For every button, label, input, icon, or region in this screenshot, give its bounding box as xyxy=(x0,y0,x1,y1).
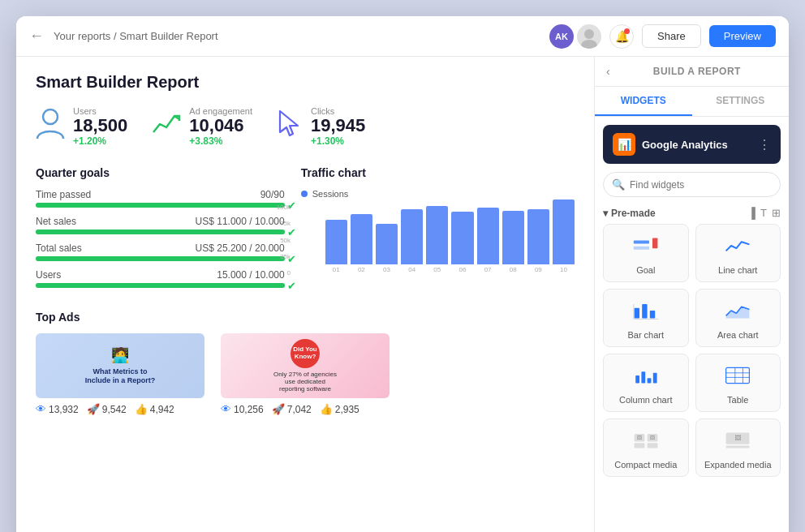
ad2-views: 👁 10,256 xyxy=(221,403,264,415)
legend-dot xyxy=(301,191,308,197)
bar-col: 07 xyxy=(477,208,499,273)
ad2-likes: 👍 2,935 xyxy=(320,403,359,415)
widget-bar-chart[interactable]: Bar chart xyxy=(603,289,689,347)
panel-back-button[interactable]: ‹ xyxy=(606,65,610,78)
bar-view-icon[interactable]: ▐ xyxy=(748,207,755,219)
bar-label: 08 xyxy=(510,266,517,273)
svg-rect-14 xyxy=(647,378,651,383)
ad2-stats: 👁 10,256 🚀 7,042 👍 2,935 xyxy=(221,403,390,415)
table-widget-icon xyxy=(725,364,751,390)
goal-time-passed: Time passed 90/90 ✔ xyxy=(36,189,285,208)
widget-compact-media[interactable]: 🖼 🖼 Compact media xyxy=(603,418,689,477)
ad1-clicks-value: 9,542 xyxy=(102,404,127,415)
report-title: Smart Builder Report xyxy=(36,73,575,92)
widget-line-chart[interactable]: Line chart xyxy=(695,224,781,282)
goal-total-label: Total sales xyxy=(36,242,82,254)
stat-users: Users 18,500 +1.20% xyxy=(36,106,127,147)
premade-toggle[interactable]: ▾ Pre-made xyxy=(603,208,656,219)
premade-label: Pre-made xyxy=(611,208,656,219)
bar-col: 09 xyxy=(527,209,549,273)
svg-rect-8 xyxy=(642,304,647,319)
goal-time-value: 90/90 xyxy=(260,189,285,200)
svg-rect-6 xyxy=(652,238,657,248)
bar xyxy=(376,224,398,264)
top-ads: Top Ads 🧑‍💻 What Metrics toInclude in a … xyxy=(36,311,575,415)
notification-button[interactable]: 🔔 xyxy=(609,24,634,49)
ads-spacer xyxy=(406,333,575,415)
bar-chart-widget-icon xyxy=(633,299,659,325)
widget-compact-media-label: Compact media xyxy=(614,460,677,470)
avatar-img xyxy=(577,24,601,49)
widget-column-chart[interactable]: Column chart xyxy=(603,354,689,412)
y-label-75k: 75k xyxy=(277,220,291,227)
ad1-illustration: 🧑‍💻 xyxy=(111,346,129,364)
widget-goal[interactable]: Goal xyxy=(603,224,689,282)
stat-clicks: Clicks 19,945 +1.30% xyxy=(277,106,365,147)
area-chart-widget-icon xyxy=(725,299,751,325)
svg-rect-15 xyxy=(653,373,657,384)
find-widgets-input[interactable] xyxy=(630,179,772,191)
grid-view-icon[interactable]: ⊞ xyxy=(772,207,781,219)
bar-col: 04 xyxy=(401,209,423,273)
expanded-media-widget-icon: 🖼 xyxy=(725,429,751,455)
stat-adeng-text: Ad engagement 10,046 +3.83% xyxy=(189,106,252,147)
bar xyxy=(451,212,473,264)
ads-row: 🧑‍💻 What Metrics toInclude in a Report? … xyxy=(36,333,575,415)
widget-area-chart[interactable]: Area chart xyxy=(695,289,781,347)
bar-label: 03 xyxy=(383,266,390,273)
bar-col: 06 xyxy=(451,212,473,273)
text-view-icon[interactable]: T xyxy=(760,207,767,219)
svg-rect-22 xyxy=(634,443,644,448)
right-panel: ‹ BUILD A REPORT WIDGETS SETTINGS 📊 Goog… xyxy=(594,57,789,532)
ga-widget[interactable]: 📊 Google Analytics ⋮ xyxy=(603,125,781,164)
tab-widgets[interactable]: WIDGETS xyxy=(595,87,692,116)
bar-label: 09 xyxy=(535,266,542,273)
bar-label: 04 xyxy=(408,266,415,273)
chevron-down-icon: ▾ xyxy=(603,208,608,219)
goal-time-label: Time passed xyxy=(36,189,91,200)
bar-col: 02 xyxy=(351,214,372,273)
svg-rect-28 xyxy=(726,445,750,448)
bar xyxy=(325,220,347,264)
svg-rect-24 xyxy=(647,443,657,448)
svg-text:🖼: 🖼 xyxy=(734,435,741,442)
back-button[interactable]: ← xyxy=(29,28,44,45)
search-icon: 🔍 xyxy=(612,178,625,191)
widget-expanded-media[interactable]: 🖼 Expanded media xyxy=(695,418,781,477)
ad1-views-value: 13,932 xyxy=(49,404,79,415)
ad1-clicks: 🚀 9,542 xyxy=(87,403,127,415)
bar xyxy=(553,200,575,264)
goal-users-label: Users xyxy=(36,269,61,281)
goal-users-check: ✔ xyxy=(287,280,296,292)
legend-label: Sessions xyxy=(312,189,349,199)
goal-time-bar xyxy=(36,203,285,208)
ad1-title: What Metrics toInclude in a Report? xyxy=(85,367,156,385)
main-layout: Smart Builder Report Users 18,500 +1.20% xyxy=(16,57,789,532)
panel-header: ‹ BUILD A REPORT xyxy=(595,57,789,87)
svg-rect-12 xyxy=(635,375,639,384)
ad1-stats: 👁 13,932 🚀 9,542 👍 4,942 xyxy=(36,403,204,415)
top-bar: ← Your reports / Smart Builder Report AK… xyxy=(16,16,789,57)
goal-net-label: Net sales xyxy=(36,216,76,227)
bar-chart: 01020304050607080910 xyxy=(325,204,575,277)
ad1-views: 👁 13,932 xyxy=(36,403,79,415)
top-ads-title: Top Ads xyxy=(36,311,575,324)
stat-adeng-value: 10,046 xyxy=(189,116,252,135)
preview-button[interactable]: Preview xyxy=(709,25,776,47)
svg-rect-9 xyxy=(650,311,655,319)
svg-rect-13 xyxy=(641,371,645,383)
goal-users-bar xyxy=(36,283,285,288)
stat-users-value: 18,500 xyxy=(73,116,127,135)
browser-window: ← Your reports / Smart Builder Report AK… xyxy=(16,16,789,532)
ad2-badge: Did YouKnow? xyxy=(291,339,320,368)
tab-settings[interactable]: SETTINGS xyxy=(692,87,790,116)
share-button[interactable]: Share xyxy=(642,24,701,48)
rocket-icon-2: 🚀 xyxy=(272,403,285,415)
bar-col: 08 xyxy=(502,211,524,273)
stat-clicks-value: 19,945 xyxy=(311,116,365,135)
ga-more-button[interactable]: ⋮ xyxy=(758,137,771,152)
column-chart-widget-icon xyxy=(633,364,659,390)
bar xyxy=(351,214,372,264)
widget-table[interactable]: Table xyxy=(695,354,781,412)
widget-line-label: Line chart xyxy=(718,265,757,275)
